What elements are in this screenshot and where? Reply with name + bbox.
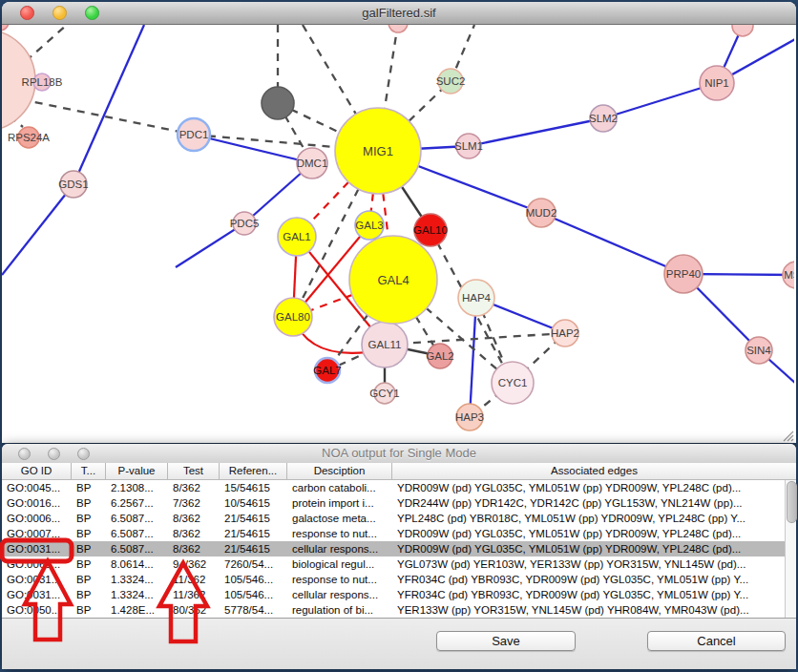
table-cell: 11/362 (168, 572, 220, 587)
table-cell: YFR034C (pd) YBR093C, YDR009W (pd) YGL03… (392, 572, 796, 587)
table-cell: cellular respons... (287, 541, 392, 556)
table-cell: YER133W (pp) YOR315W, YNL145W (pd) YHR08… (392, 602, 796, 618)
table-cell: 15/54615 (220, 480, 287, 495)
table-cell: 11/362 (168, 587, 220, 602)
vertical-scrollbar[interactable] (785, 480, 796, 618)
table-cell: 21/54615 (220, 511, 287, 526)
cancel-button[interactable]: Cancel (647, 631, 786, 651)
table-cell: cellular respons... (287, 587, 392, 602)
table-cell: 6.5087... (106, 541, 168, 556)
node-label: GAL10 (413, 224, 448, 236)
table-cell: GO:0031... (2, 587, 72, 602)
table-cell: 7/362 (168, 495, 220, 511)
table-row[interactable]: GO:0031...BP6.5087...8/36221/54615cellul… (2, 541, 796, 556)
table-cell: biological regul... (287, 556, 392, 572)
table-cell: 80/362 (168, 602, 220, 618)
column-header-pvalue[interactable]: P-value (106, 463, 168, 479)
node-label: GDS1 (58, 178, 88, 190)
network-edge (74, 25, 144, 184)
noa-table-body: GO:0045...BP2.1308...8/36215/54615carbon… (2, 480, 796, 618)
table-cell: 1.3324... (106, 587, 168, 602)
table-cell: YDR009W (pd) YGL035C, YML051W (pp) YDR00… (392, 526, 796, 541)
column-header-test[interactable]: Test (168, 463, 220, 479)
table-cell: BP (72, 511, 106, 526)
node-label: PRP40 (666, 268, 701, 280)
table-cell: GO:0031... (2, 572, 72, 587)
table-cell: 8/362 (168, 511, 220, 526)
network-node-gray[interactable] (262, 87, 294, 119)
node-label: RPS24A (8, 132, 50, 143)
table-row[interactable]: GO:0007...BP6.5087...8/36221/54615respon… (2, 526, 796, 541)
node-label: NIP1 (704, 77, 729, 89)
node-label: DMC1 (297, 158, 328, 169)
node-label: GAL7 (313, 365, 341, 376)
table-cell: GO:0050... (2, 602, 72, 618)
table-row[interactable]: GO:0050...BP1.428E...80/3625778/54...reg… (2, 602, 796, 618)
node-label: GAL1 (283, 231, 310, 242)
table-cell: 6.2567... (106, 495, 168, 511)
node-label: PDC1 (179, 129, 209, 140)
scrollbar-thumb[interactable] (787, 481, 797, 523)
node-label: HAP3 (455, 411, 484, 423)
node-label: CYC1 (498, 377, 528, 388)
table-cell: 1.3324... (106, 572, 168, 587)
table-cell: 8/362 (168, 541, 220, 556)
node-label: GAL11 (368, 339, 402, 350)
table-cell: galactose meta... (287, 511, 392, 526)
network-window-titlebar[interactable]: galFiltered.sif (2, 2, 796, 25)
table-cell: carbon cataboli... (287, 480, 392, 495)
table-row[interactable]: GO:0065...BP8.0614...94/3627260/54...bio… (2, 556, 796, 572)
noa-window-title: NOA output for Single Mode (2, 444, 796, 463)
table-cell: BP (72, 480, 106, 495)
node-label: GAL3 (355, 220, 383, 231)
table-cell: 6.5087... (106, 526, 168, 541)
noa-window-titlebar[interactable]: NOA output for Single Mode (2, 444, 796, 464)
table-cell: 2.1308... (106, 480, 168, 495)
table-cell: BP (72, 526, 106, 541)
table-cell: YDR009W (pd) YGL035C, YML051W (pp) YDR00… (392, 541, 796, 556)
table-row[interactable]: GO:0045...BP2.1308...8/36215/54615carbon… (2, 480, 796, 495)
network-canvas[interactable]: RPL18BRPS24AGDS1PDC1DMC1MIG1SUC2SLM1SLM2… (2, 25, 796, 443)
node-label: MSN (784, 269, 794, 281)
node-label: SLM1 (454, 140, 483, 152)
table-row[interactable]: GO:0031...BP1.3324...11/362105/546...res… (2, 572, 796, 587)
node-label: GCY1 (369, 388, 399, 399)
network-graph: RPL18BRPS24AGDS1PDC1DMC1MIG1SUC2SLM1SLM2… (2, 25, 794, 442)
resize-grip-icon[interactable] (780, 429, 795, 442)
table-cell: GO:0006... (2, 511, 72, 526)
network-node-topnode[interactable] (388, 25, 408, 32)
network-edge (176, 223, 244, 267)
column-header-t[interactable]: T... (72, 463, 106, 479)
table-cell: YGL073W (pd) YER103W, YER133W (pp) YOR31… (392, 556, 796, 572)
table-cell: GO:0007... (2, 526, 72, 541)
column-header-associatededges[interactable]: Associated edges (392, 463, 796, 479)
noa-table-header: GO IDT...P-valueTestReferen...Desciption… (2, 463, 796, 480)
table-cell: BP (72, 572, 106, 587)
node-label: GAL4 (377, 273, 409, 287)
table-cell: GO:0016... (2, 495, 72, 511)
network-node-cornerTL[interactable] (2, 25, 9, 31)
column-header-goid[interactable]: GO ID (2, 463, 72, 479)
table-cell: 8/362 (168, 526, 220, 541)
save-button[interactable]: Save (436, 631, 576, 651)
table-cell: GO:0065... (2, 556, 72, 572)
desktop: galFiltered.sif RPL18BRPS24AGDS1PDC1DMC1… (0, 0, 798, 672)
table-cell: 21/54615 (220, 526, 287, 541)
table-row[interactable]: GO:0016...BP6.2567...7/36210/54615protei… (2, 495, 796, 511)
node-label: MIG1 (363, 144, 393, 158)
network-node-topright[interactable] (732, 25, 753, 36)
network-edge (469, 118, 603, 146)
network-edge (2, 184, 74, 275)
table-cell: YFR034C (pd) YBR093C, YDR009W (pd) YGL03… (392, 587, 796, 602)
column-header-desciption[interactable]: Desciption (287, 463, 392, 479)
table-cell: BP (72, 587, 106, 602)
node-label: HAP2 (551, 327, 579, 339)
table-cell: 21/54615 (220, 541, 287, 556)
table-row[interactable]: GO:0006...BP6.5087...8/36221/54615galact… (2, 511, 796, 526)
node-label: SIN4 (746, 345, 771, 356)
table-cell: regulation of bi... (287, 602, 392, 618)
table-cell: YPL248C (pd) YBR018C, YML051W (pp) YDR00… (392, 511, 796, 526)
noa-window: NOA output for Single Mode GO IDT...P-va… (2, 444, 796, 668)
table-row[interactable]: GO:0031...BP1.3324...11/362105/546...cel… (2, 587, 796, 602)
column-header-referen[interactable]: Referen... (220, 463, 287, 479)
